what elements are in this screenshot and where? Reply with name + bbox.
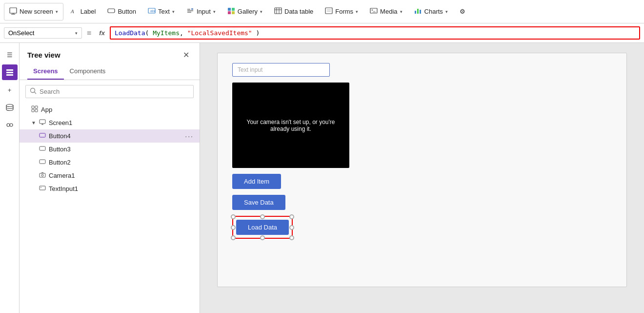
svg-point-34 [31, 88, 35, 93]
media-button[interactable]: Media ▾ [365, 3, 407, 21]
forms-icon [325, 7, 333, 16]
resize-handle-bl[interactable] [231, 235, 236, 240]
svg-rect-26 [417, 9, 419, 14]
formula-input[interactable]: LoadData( MyItems, "LocalSavedItems" ) [110, 26, 640, 40]
textinput-icon [39, 185, 46, 193]
tree-item-camera1[interactable]: Camera1 [20, 169, 200, 182]
svg-rect-28 [6, 69, 13, 71]
load-data-wrapper: Load Data [232, 216, 293, 239]
tree-item-camera1-label: Camera1 [49, 172, 194, 179]
tree-item-more-menu[interactable]: ··· [185, 132, 194, 140]
charts-button[interactable]: Charts ▾ [409, 3, 453, 21]
gallery-chevron: ▾ [260, 9, 262, 14]
tree-item-button2[interactable]: Button2 [20, 156, 200, 169]
data-table-button[interactable]: Data table [269, 3, 318, 21]
input-label: Input [197, 8, 211, 15]
text-button[interactable]: abc Text ▾ [143, 3, 180, 21]
media-label: Media [380, 8, 397, 15]
resize-handle-mr[interactable] [289, 225, 294, 230]
input-button[interactable]: Input ▾ [181, 3, 221, 21]
svg-rect-43 [40, 133, 45, 137]
sidebar-icon-add[interactable]: + [2, 82, 18, 98]
tree-close-button[interactable]: ✕ [180, 49, 192, 61]
canvas-camera-message: Your camera isn't set up, or you're alre… [232, 119, 349, 132]
data-table-icon [274, 7, 282, 16]
resize-handle-ml[interactable] [231, 225, 236, 230]
sidebar-icon-variables[interactable] [2, 117, 18, 133]
resize-handle-bm[interactable] [260, 235, 265, 240]
gallery-label: Gallery [238, 8, 258, 15]
tree-item-textinput1[interactable]: TextInput1 [20, 182, 200, 195]
button-button[interactable]: Button [102, 3, 141, 21]
input-chevron: ▾ [213, 9, 216, 14]
app-canvas: Text input Your camera isn't set up, or … [217, 53, 627, 287]
sidebar-icon-menu[interactable]: ☰ [2, 47, 18, 63]
formula-select-value: OnSelect [8, 29, 34, 37]
more-button[interactable]: ⚙ [455, 3, 470, 21]
resize-handle-br[interactable] [289, 235, 294, 240]
svg-point-47 [41, 174, 43, 176]
tree-items: App ▼ Screen1 Button4 ··· [20, 103, 200, 313]
svg-rect-46 [40, 173, 45, 177]
resize-handle-tl[interactable] [231, 214, 236, 219]
search-input[interactable] [40, 88, 189, 95]
charts-label: Charts [424, 8, 443, 15]
forms-button[interactable]: Forms ▾ [320, 3, 363, 21]
svg-rect-27 [420, 10, 421, 14]
tab-components[interactable]: Components [64, 64, 112, 80]
save-data-button[interactable]: Save Data [232, 195, 285, 210]
svg-rect-48 [40, 186, 45, 190]
tree-item-screen1[interactable]: ▼ Screen1 [20, 116, 200, 129]
svg-rect-10 [191, 8, 193, 10]
svg-line-35 [35, 92, 37, 94]
tree-item-button3-label: Button3 [49, 146, 194, 153]
formula-select-chevron: ▾ [75, 31, 78, 36]
tree-item-app[interactable]: App [20, 103, 200, 116]
data-table-label: Data table [284, 8, 313, 15]
new-screen-label: New screen [20, 8, 53, 15]
svg-text:A: A [70, 8, 74, 14]
svg-rect-25 [415, 11, 416, 14]
label-icon: A [70, 7, 78, 16]
media-icon [370, 7, 378, 16]
new-screen-button[interactable]: New screen ▾ [4, 3, 63, 21]
tree-item-button3[interactable]: Button3 [20, 143, 200, 156]
svg-rect-4 [108, 9, 115, 13]
svg-point-23 [372, 9, 373, 11]
resize-handle-tm[interactable] [260, 214, 265, 219]
tab-screens[interactable]: Screens [27, 64, 64, 80]
svg-rect-40 [40, 120, 45, 124]
button2-icon [39, 158, 46, 167]
tree-panel: Tree view ✕ Screens Components App ▼ [20, 43, 200, 313]
gallery-button[interactable]: Gallery ▾ [222, 3, 267, 21]
formula-param1: MyItems [153, 29, 180, 37]
resize-handle-tr[interactable] [289, 214, 294, 219]
toolbar: New screen ▾ A Label Button abc Text ▾ I… [0, 0, 644, 23]
camera-icon [39, 171, 46, 180]
svg-rect-19 [325, 8, 332, 14]
svg-rect-13 [228, 11, 231, 14]
sidebar-icon-layers[interactable] [2, 64, 18, 80]
tree-item-button2-label: Button2 [49, 159, 194, 166]
add-item-button[interactable]: Add Item [232, 174, 281, 189]
svg-point-31 [6, 104, 13, 107]
load-data-button[interactable]: Load Data [236, 220, 289, 235]
svg-rect-30 [6, 74, 13, 76]
svg-rect-15 [275, 8, 282, 14]
label-button[interactable]: A Label [65, 3, 101, 21]
tree-tabs: Screens Components [20, 64, 200, 80]
formula-select[interactable]: OnSelect ▾ [4, 27, 82, 39]
button4-icon [39, 132, 46, 140]
gallery-icon [227, 7, 235, 16]
svg-point-33 [10, 124, 13, 126]
canvas-text-input[interactable]: Text input [232, 63, 330, 77]
svg-rect-37 [35, 106, 38, 108]
charts-icon [414, 7, 422, 16]
sidebar-icon-data[interactable] [2, 100, 18, 115]
svg-rect-0 [10, 8, 17, 13]
button3-icon [39, 145, 46, 153]
tree-item-app-label: App [41, 106, 194, 113]
svg-rect-39 [35, 109, 38, 112]
forms-label: Forms [335, 8, 353, 15]
tree-item-button4[interactable]: Button4 ··· [20, 129, 200, 143]
